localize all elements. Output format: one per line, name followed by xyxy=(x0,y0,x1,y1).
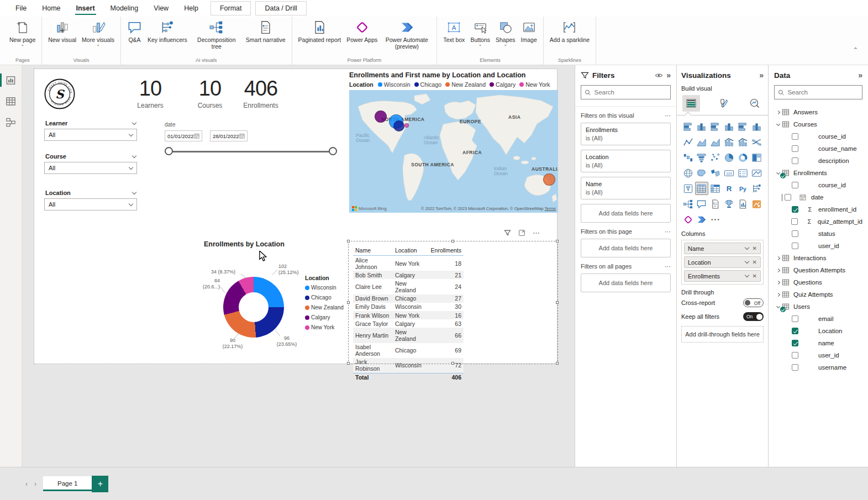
data-search[interactable] xyxy=(774,85,862,99)
field-checkbox[interactable] xyxy=(792,243,798,249)
table-visual[interactable]: NameLocationEnrollmentsAlice JohnsonNew … xyxy=(353,246,464,382)
filter-icon[interactable] xyxy=(504,229,511,236)
data-field-course-id[interactable]: course_id xyxy=(774,179,862,191)
page-tab[interactable]: Page 1 xyxy=(43,476,92,491)
ribbon-tab-file[interactable]: File xyxy=(8,1,34,15)
field-checkbox[interactable] xyxy=(792,315,798,322)
visual-type-stacked-column-chart[interactable] xyxy=(695,120,708,133)
add-drill-through-fields[interactable]: Add drill-through fields here xyxy=(681,326,764,343)
collapse-ribbon-button[interactable]: ⌃ xyxy=(853,46,858,54)
field-checkbox[interactable] xyxy=(791,218,798,225)
chevron-down-icon[interactable] xyxy=(744,245,749,250)
power-apps-button[interactable]: Power Apps xyxy=(344,19,380,44)
legend-item-calgary[interactable]: Calgary xyxy=(490,81,515,88)
slicer-dropdown[interactable]: All xyxy=(44,198,137,210)
visual-type-stacked-area-chart[interactable] xyxy=(709,135,722,149)
more-options-icon[interactable]: ⋯ xyxy=(533,229,540,237)
field-checkbox[interactable] xyxy=(785,194,791,201)
visual-type-power-automate[interactable] xyxy=(695,213,708,226)
buttons-button[interactable]: Buttons⌄ xyxy=(467,19,493,47)
paginated-report-button[interactable]: Paginated report xyxy=(296,19,344,44)
data-field-date[interactable]: date xyxy=(774,191,862,203)
more-visuals-button[interactable]: More visuals⌄ xyxy=(79,19,117,47)
data-table-answers[interactable]: Answers xyxy=(774,106,862,118)
slider-track[interactable] xyxy=(169,151,335,152)
chevron-right-icon[interactable] xyxy=(774,269,782,272)
resize-handle[interactable] xyxy=(556,240,559,243)
tab-format-visual[interactable] xyxy=(714,95,732,112)
map-terms-link[interactable]: Terms xyxy=(545,206,556,211)
columns-field-well[interactable]: Name ✕ Location ✕ Enrollments ✕ xyxy=(681,240,764,285)
field-checkbox[interactable] xyxy=(792,182,798,188)
visual-type-treemap[interactable] xyxy=(750,151,763,164)
visual-type-decomposition-tree[interactable] xyxy=(681,197,695,210)
slider-handle-start[interactable] xyxy=(165,147,173,155)
resize-handle[interactable] xyxy=(347,301,350,304)
date-end-input[interactable]: 28/01/2022 xyxy=(210,130,248,141)
more-options-icon[interactable]: ⋯ xyxy=(665,112,671,119)
table-row[interactable]: Grace TaylorCalgary63 xyxy=(353,319,464,328)
data-field-user-id[interactable]: user_id xyxy=(774,240,862,252)
data-table-quiz-attempts[interactable]: Quiz Attempts xyxy=(774,288,862,301)
slicer-learner[interactable]: Learner All xyxy=(44,120,137,141)
data-table-question-attempts[interactable]: Question Attempts xyxy=(774,264,862,276)
image-button[interactable]: Image xyxy=(518,19,540,44)
legend-item-new-zealand[interactable]: New Zealand xyxy=(445,81,486,88)
date-start-input[interactable]: 01/01/2022 xyxy=(165,130,202,141)
field-pill-location[interactable]: Location ✕ xyxy=(684,256,761,268)
eye-icon[interactable] xyxy=(655,71,663,80)
add-data-fields-drop-zone[interactable]: Add data fields here xyxy=(581,204,671,223)
tab-analytics[interactable] xyxy=(746,95,764,112)
table-row[interactable]: Frank WilsonNew York16 xyxy=(353,311,464,319)
data-field-username[interactable]: username xyxy=(774,361,862,373)
visual-type-stacked-bar-chart[interactable] xyxy=(681,120,695,133)
field-pill-enrollments[interactable]: Enrollments ✕ xyxy=(684,270,761,282)
power-automate-preview-button[interactable]: Power Automate (preview) xyxy=(380,19,433,51)
collapse-data-icon[interactable]: » xyxy=(858,71,862,80)
chevron-down-icon[interactable] xyxy=(132,190,136,194)
field-checkbox[interactable] xyxy=(792,328,798,334)
filter-card-name[interactable]: Name is (All) xyxy=(581,177,671,199)
chevron-down-icon[interactable] xyxy=(744,259,749,264)
visual-type-pie-chart[interactable] xyxy=(723,151,736,164)
new-visual-button[interactable]: New visual xyxy=(45,19,79,44)
card-enrollments[interactable]: 406 Enrollments xyxy=(228,77,294,109)
resize-handle[interactable] xyxy=(347,240,350,243)
visual-type-smart-narrative[interactable] xyxy=(709,197,722,210)
world-map[interactable]: NORTH AMERICAEUROPEASIAAFRICASOUTH AMERI… xyxy=(349,90,558,213)
key-influencers-button[interactable]: Key influencers xyxy=(145,19,190,44)
ribbon-tab-insert[interactable]: Insert xyxy=(69,1,103,15)
visual-type-100-stacked-bar-chart[interactable] xyxy=(736,120,749,133)
keep-all-filters-toggle[interactable]: On xyxy=(743,312,764,321)
data-field-status[interactable]: status xyxy=(774,228,862,240)
field-checkbox[interactable] xyxy=(792,340,798,346)
resize-handle[interactable] xyxy=(556,362,559,365)
data-field-email[interactable]: email xyxy=(774,313,862,325)
visual-type-table[interactable] xyxy=(695,182,708,195)
ribbon-tab-home[interactable]: Home xyxy=(34,1,68,15)
visual-type-line-and-clustered-column-chart[interactable] xyxy=(736,135,749,149)
visual-type-multi-row-card[interactable] xyxy=(736,166,749,180)
sidebar-table-view[interactable] xyxy=(0,92,22,110)
visual-type-line-chart[interactable] xyxy=(681,135,695,149)
filter-card-location[interactable]: Location is (All) xyxy=(581,150,671,172)
visual-type-python-visual[interactable] xyxy=(736,182,749,195)
chevron-down-icon[interactable] xyxy=(132,120,136,124)
resize-handle[interactable] xyxy=(556,301,559,304)
add-data-fields-drop-zone[interactable]: Add data fields here xyxy=(581,273,671,292)
map-visual[interactable]: Enrollments and First name by Location a… xyxy=(349,71,558,216)
column-header-name[interactable]: Name xyxy=(353,246,393,256)
chevron-right-icon[interactable] xyxy=(782,194,782,201)
legend-item-new-york[interactable]: New York xyxy=(305,324,344,330)
column-header-location[interactable]: Location xyxy=(393,246,429,256)
slicer-dropdown[interactable]: All xyxy=(44,162,137,174)
map-bubble-chicago[interactable] xyxy=(393,120,404,131)
table-row[interactable]: Alice JohnsonNew York18 xyxy=(353,256,464,271)
next-page-arrow[interactable]: › xyxy=(34,480,36,488)
donut-chart-visual[interactable]: Enrollments by Location 102(25.12%) 34 (… xyxy=(194,240,345,354)
data-field-enrollment-id[interactable]: Σ enrollment_id xyxy=(774,203,862,215)
visual-type-matrix[interactable] xyxy=(709,182,722,195)
chevron-down-icon[interactable] xyxy=(132,153,136,157)
legend-item-new-zealand[interactable]: New Zealand xyxy=(305,304,344,310)
new-page-button[interactable]: + xyxy=(92,476,108,492)
